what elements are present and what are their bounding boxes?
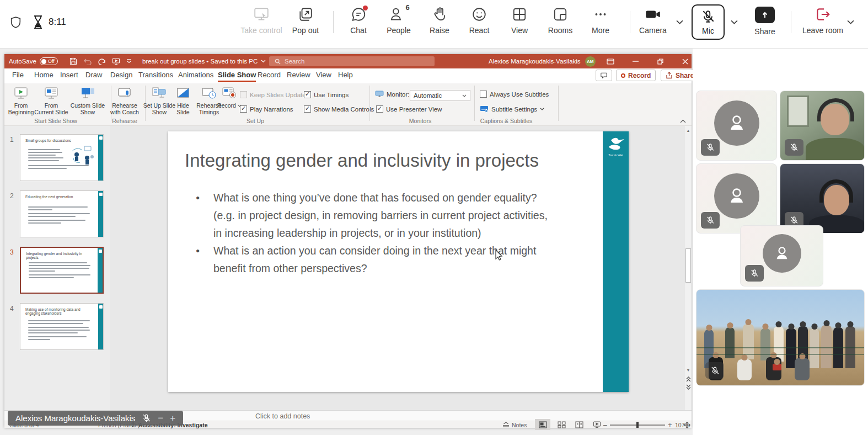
tab-insert[interactable]: Insert [60,71,78,79]
share-icon [755,7,775,23]
tab-draw[interactable]: Draw [85,71,102,79]
save-icon[interactable] [69,57,77,65]
more-button[interactable]: More [576,7,625,35]
mic-options-chevron[interactable] [731,20,738,24]
scroll-down-button[interactable]: ▼ [685,367,692,374]
hide-slide-button[interactable]: Hide Slide [170,86,196,116]
use-timings-checkbox[interactable]: Use Timings [304,91,349,98]
customize-qat-chevron[interactable] [126,59,132,63]
always-use-subtitles-checkbox[interactable]: Always Use Subtitles [480,91,549,98]
group-label-start-slide-show: Start Slide Show [34,118,77,124]
participant-tile-avatar[interactable] [740,225,823,287]
close-button[interactable] [681,59,689,65]
thumbnail-number: 4 [10,305,14,312]
tab-slide-show[interactable]: Slide Show [218,71,256,82]
comments-button[interactable] [596,70,612,81]
take-control-button[interactable]: Take control [237,7,286,35]
subtitle-settings-button[interactable]: Subtitle Settings [480,105,544,113]
people-count: 6 [405,3,409,12]
rehearse-coach-icon [116,86,133,100]
record-button[interactable]: Record [616,70,656,81]
restore-button[interactable] [656,59,665,65]
record-ribbon-button[interactable]: Record [217,86,242,109]
scroll-up-button[interactable]: ▲ [685,127,692,134]
ribbon: From Beginning From Current Slide Custom… [4,83,692,126]
slideshow-qat-icon[interactable] [112,57,120,65]
reading-view-button[interactable] [571,419,587,430]
collapse-ribbon-chevron[interactable] [680,119,686,123]
account-name[interactable]: Alexios Maragkoudakis-Vasilakis [489,58,581,65]
set-up-slide-show-icon [151,86,168,100]
camera-options-chevron[interactable] [676,20,683,24]
slide-scrollbar: ▲ ▼ [685,126,692,410]
redo-icon[interactable] [98,58,106,65]
mouse-cursor [495,250,503,261]
current-slide[interactable]: Integrating gender and inclusivity in pr… [168,131,629,392]
rehearse-with-coach-button[interactable]: Rehearse with Coach [107,86,142,116]
tab-home[interactable]: Home [34,71,53,79]
slide-show-view-button[interactable] [589,419,604,430]
avatar[interactable]: AM [585,56,596,67]
show-media-controls-checkbox[interactable]: Show Media Controls [304,105,374,113]
tab-record[interactable]: Record [258,71,281,79]
autosave-toggle[interactable]: AutoSave Off [9,54,58,68]
chat-notification-dot [363,6,368,10]
participant-tile-video[interactable] [780,163,865,234]
thumbnail-number: 1 [10,136,14,144]
leave-options-chevron[interactable] [847,20,854,24]
camera-button[interactable]: Camera [628,7,678,35]
tab-file[interactable]: File [12,71,24,79]
normal-view-button[interactable] [535,419,550,430]
zoom-slider-thumb[interactable] [636,422,639,428]
monitor-select[interactable]: Automatic [410,90,470,101]
keep-slides-updated-checkbox[interactable]: Keep Slides Updated [240,91,309,98]
tab-animations[interactable]: Animations [178,71,213,79]
editing-area: 1 Small groups for discussions 2 [4,126,685,410]
avatar-placeholder [714,100,759,146]
from-beginning-button[interactable]: From Beginning [6,86,36,116]
next-slide-button[interactable] [685,383,692,390]
pop-out-icon [298,7,313,22]
from-current-slide-icon [43,86,60,100]
participant-tile-video[interactable] [780,91,865,161]
tab-help[interactable]: Help [338,71,353,79]
document-title[interactable]: break out group slides • Saved to this P… [142,54,266,68]
slide-sorter-view-button[interactable] [554,419,569,430]
leave-icon [815,7,831,22]
pop-out-button[interactable]: Pop out [281,7,330,35]
zoom-in-button[interactable]: + [668,421,672,428]
share-button[interactable]: Share [740,7,790,36]
tab-view[interactable]: View [316,71,331,79]
play-narrations-checkbox[interactable]: Play Narrations [240,105,293,113]
meeting-timer: 8:11 [49,17,66,28]
slide-accent-band: Tour du Valat [603,131,629,392]
ribbon-display-options-icon[interactable] [607,59,615,65]
tab-review[interactable]: Review [287,71,310,79]
overlay-minus-button[interactable]: − [158,413,163,424]
slide-thumbnail-4[interactable]: Making use of monitoring data and engagi… [20,303,104,350]
tab-transitions[interactable]: Transitions [138,71,173,79]
tab-design[interactable]: Design [110,71,132,79]
slide-thumbnail-1[interactable]: Small groups for discussions [20,134,104,181]
participant-tile-avatar[interactable] [696,91,777,161]
notes-toggle[interactable]: Notes [502,421,527,428]
use-presenter-view-checkbox[interactable]: Use Presenter View [376,105,442,113]
undo-icon[interactable] [83,58,92,65]
hourglass-icon [31,14,45,30]
slide-thumbnail-3[interactable]: Integrating gender and inclusivity in pr… [20,247,104,294]
zoom-out-button[interactable]: − [603,421,607,428]
minimize-button[interactable] [631,61,640,62]
scrollbar-thumb[interactable] [685,248,691,283]
custom-slide-show-button[interactable]: Custom Slide Show [69,86,106,116]
from-current-slide-button[interactable]: From Current Slide [34,86,68,116]
leave-room-button[interactable]: Leave room [794,7,851,35]
search-input[interactable]: Search [269,56,435,66]
group-photo-figure [760,328,770,360]
mic-button[interactable]: Mic [692,4,725,40]
participant-tile-avatar[interactable] [696,163,777,234]
participant-tile-group-video[interactable] [696,289,865,386]
slide-thumbnail-2[interactable]: Educating the next generation [20,190,104,237]
previous-slide-button[interactable] [685,375,692,383]
fit-to-window-button[interactable] [684,421,690,428]
overlay-plus-button[interactable]: + [170,413,175,424]
